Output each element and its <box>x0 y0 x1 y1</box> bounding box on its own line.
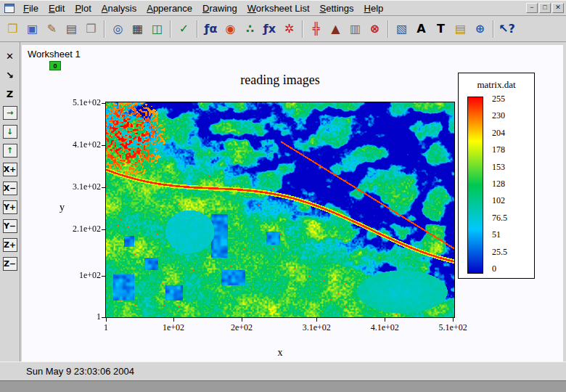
stop-icon: ⊗ <box>370 23 380 35</box>
colorbar-tick-label: 76.5 <box>492 213 507 224</box>
toolbar-button-worksheet[interactable]: ▧ <box>392 19 411 38</box>
x-tick-label: 2e+02 <box>220 322 263 333</box>
desktop-strip <box>0 380 566 392</box>
toolbar-button-plot-surface[interactable]: ◉ <box>221 19 240 38</box>
side-button-zoom-y-in[interactable]: Y+ <box>3 200 17 214</box>
colorbar-tick-label: 204 <box>492 128 505 139</box>
toolbar-button-open[interactable]: ❒ <box>3 19 22 38</box>
plot-surface-icon: ◉ <box>226 23 236 35</box>
x-tick-mark <box>453 318 454 322</box>
app-menu-icon[interactable] <box>4 4 15 13</box>
toolbar-button-world[interactable]: ⊕ <box>470 19 490 38</box>
plot-frame <box>105 102 455 318</box>
shift-down-icon: ↓ <box>7 127 13 136</box>
toolbar-button-edit[interactable]: ✎ <box>42 19 62 38</box>
side-button-shift-down[interactable]: ↓ <box>3 125 17 139</box>
side-button-zoom-x-in[interactable]: X+ <box>3 163 17 176</box>
y-tick-mark <box>102 229 105 230</box>
menu-item-edit[interactable]: Edit <box>44 1 70 15</box>
shift-right-icon: → <box>7 108 13 118</box>
x-tick-label: 5.1e+02 <box>431 322 475 333</box>
toolbar-button-grid[interactable]: ╬ <box>306 19 326 38</box>
zoom-z-out-icon: Z− <box>4 259 16 269</box>
menu-item-worksheet-list[interactable]: Worksheet List <box>242 1 315 15</box>
plot-scatter-icon: ✲ <box>284 23 294 35</box>
open-icon: ❒ <box>7 23 17 35</box>
toolbar-button-plot-3d[interactable]: ∴ <box>240 19 260 38</box>
toolbar-button-preview[interactable]: ◎ <box>108 19 128 38</box>
minimize-button[interactable]: − <box>526 3 538 13</box>
y-axis-label: y <box>60 202 65 213</box>
plot-function-icon: ƒα <box>205 23 218 35</box>
menu-item-help[interactable]: Help <box>359 1 389 15</box>
menu-item-plot[interactable]: Plot <box>70 1 96 15</box>
toolbar-button-peak[interactable]: ▲ <box>326 19 345 38</box>
toolbar-button-copy[interactable]: ❐ <box>81 19 101 38</box>
layer-badge[interactable]: 0 <box>49 61 61 70</box>
legend-box[interactable]: matrix.dat 25523020417815312810276.55125… <box>458 73 535 279</box>
label-a-icon: A <box>417 23 425 35</box>
menu-item-apperance[interactable]: Apperance <box>142 1 197 15</box>
toolbar-button-stop[interactable]: ⊗ <box>365 19 385 38</box>
toolbar-button-new-plot[interactable]: ✓ <box>174 19 194 38</box>
side-button-zoom-z-in[interactable]: Z+ <box>3 238 17 252</box>
x-tick-label: 1 <box>84 322 128 333</box>
y-tick-label: 1e+02 <box>62 270 101 281</box>
side-button-zoom-x-out[interactable]: X− <box>3 181 17 195</box>
application-window: FileEditPlotAnalysisApperanceDrawingWork… <box>0 0 566 392</box>
select-cross-icon: ✕ <box>6 51 14 62</box>
side-button-zoom-y-out[interactable]: Y− <box>3 219 17 233</box>
plot-title: reading images <box>105 73 455 88</box>
menu-item-analysis[interactable]: Analysis <box>97 1 142 15</box>
y-tick-label: 2.1e+02 <box>62 224 101 234</box>
menu-items: FileEditPlotAnalysisApperanceDrawingWork… <box>18 1 388 15</box>
side-button-shift-up[interactable]: ↑ <box>3 144 17 158</box>
edit-icon: ✎ <box>47 23 57 35</box>
toolbar-button-export-image[interactable]: ◫ <box>147 19 167 38</box>
x-axis-label: x <box>105 347 455 359</box>
toolbar-button-plot-function[interactable]: ƒα <box>201 19 221 38</box>
colorbar-tick-label: 255 <box>492 94 505 105</box>
plot-fx-icon: ƒx <box>263 23 276 35</box>
toolbar-button-print-page[interactable]: ▤ <box>62 19 81 38</box>
side-button-zoom-z-out[interactable]: Z− <box>3 257 17 271</box>
toolbar-button-print[interactable]: ▦ <box>128 19 147 38</box>
y-tick-label: 5.1e+02 <box>62 97 101 108</box>
y-tick-label: 3.1e+02 <box>62 181 101 192</box>
heatmap-image[interactable] <box>106 102 454 317</box>
x-tick-label: 3.1e+02 <box>295 322 338 333</box>
toolbar-button-plot-fx[interactable]: ƒx <box>260 19 279 38</box>
label-t-icon: T <box>437 23 445 35</box>
toolbar-button-plot-scatter[interactable]: ✲ <box>279 19 299 38</box>
maximize-button[interactable]: □ <box>539 3 551 13</box>
colorbar-tick-label: 0 <box>492 264 496 274</box>
colorbar-tick-label: 51 <box>492 229 501 240</box>
side-button-shift-right[interactable]: → <box>3 106 17 120</box>
x-tick-mark <box>385 318 385 322</box>
side-button-zoom-tool[interactable]: Z <box>3 87 17 101</box>
toolbar-button-label-a[interactable]: A <box>411 19 431 38</box>
toolbar-separator <box>197 20 198 38</box>
legend-title: matrix.dat <box>459 79 534 91</box>
toolbar-button-delete[interactable]: ▥ <box>345 19 365 38</box>
toolbar-button-save[interactable]: ▣ <box>22 19 42 38</box>
y-tick-label: 4.1e+02 <box>62 139 101 150</box>
menu-bar: FileEditPlotAnalysisApperanceDrawingWork… <box>0 0 566 16</box>
side-button-select-cross[interactable]: ✕ <box>3 49 17 63</box>
maximize-icon: □ <box>543 4 546 11</box>
side-button-line-tool[interactable]: ↘ <box>3 68 17 82</box>
toolbar-button-label-t[interactable]: T <box>431 19 451 38</box>
menu-item-file[interactable]: File <box>18 1 44 15</box>
menu-item-settings[interactable]: Settings <box>315 1 359 15</box>
x-tick-mark <box>106 318 107 322</box>
x-tick-label: 4.1e+02 <box>363 322 406 333</box>
save-icon: ▣ <box>27 23 38 35</box>
colorbar-tick-label: 128 <box>492 179 505 189</box>
menu-item-drawing[interactable]: Drawing <box>197 1 242 15</box>
toolbar-button-notes[interactable]: ▤ <box>451 19 470 38</box>
toolbar-button-whats-this[interactable]: ↖? <box>497 19 517 38</box>
colorbar-tick-label: 25.5 <box>492 247 507 258</box>
close-button[interactable]: ✕ <box>552 3 564 13</box>
colorbar-tick-label: 102 <box>492 195 505 206</box>
x-tick-mark <box>316 318 317 322</box>
